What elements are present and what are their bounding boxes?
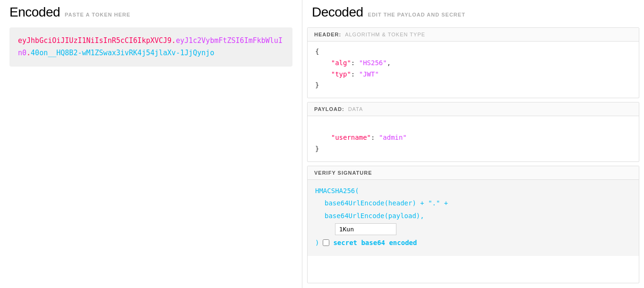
secret-base64-label: secret base64 encoded bbox=[333, 237, 417, 249]
base64-checkbox[interactable] bbox=[323, 239, 329, 246]
header-colon1: : bbox=[351, 59, 359, 67]
header-brace-open: { bbox=[315, 48, 319, 55]
header-brace-close: } bbox=[315, 81, 319, 89]
decoded-subtitle: EDIT THE PAYLOAD AND SECRET bbox=[368, 12, 465, 17]
header-section: HEADER: ALGORITHM & TOKEN TYPE { "alg": … bbox=[307, 27, 639, 98]
token-dot2: . bbox=[26, 49, 31, 57]
decoded-panel: Decoded EDIT THE PAYLOAD AND SECRET HEAD… bbox=[302, 0, 644, 288]
secret-input[interactable] bbox=[335, 223, 396, 235]
payload-content[interactable]: "username": "admin" } bbox=[308, 116, 639, 161]
verify-content: HMACSHA256( base64UrlEncode(header) + ".… bbox=[308, 180, 639, 256]
encoded-title: Encoded bbox=[9, 5, 60, 20]
header-content[interactable]: { "alg": "HS256", "typ": "JWT" } bbox=[308, 42, 639, 98]
app-container: Encoded PASTE A TOKEN HERE eyJhbGciOiJIU… bbox=[0, 0, 644, 288]
encoded-subtitle: PASTE A TOKEN HERE bbox=[65, 12, 130, 17]
header-label-sub: ALGORITHM & TOKEN TYPE bbox=[345, 32, 425, 37]
encoded-panel: Encoded PASTE A TOKEN HERE eyJhbGciOiJIU… bbox=[0, 0, 302, 288]
header-typ-value: "JWT" bbox=[359, 70, 379, 78]
verify-section: VERIFY SIGNATURE HMACSHA256( base64UrlEn… bbox=[307, 166, 639, 283]
token-part1: eyJhbGciOiJIUzI1NiIsInR5cCI6IkpXVCJ9 bbox=[18, 36, 172, 45]
verify-func: HMACSHA256( bbox=[315, 187, 359, 195]
header-colon2: : bbox=[351, 70, 359, 78]
verify-paren-close bbox=[315, 223, 331, 236]
verify-secret-row bbox=[315, 223, 631, 236]
token-part3: 40on__HQ8B2-wM1ZSwax3ivRK4j54jlaXv-1JjQy… bbox=[31, 49, 214, 57]
verify-label-row: VERIFY SIGNATURE bbox=[308, 166, 639, 180]
header-label: HEADER: bbox=[314, 32, 341, 37]
header-label-row: HEADER: ALGORITHM & TOKEN TYPE bbox=[308, 28, 639, 42]
encoded-header: Encoded PASTE A TOKEN HERE bbox=[9, 5, 292, 20]
encoded-token-box[interactable]: eyJhbGciOiJIUzI1NiIsInR5cCI6IkpXVCJ9.eyJ… bbox=[9, 27, 292, 67]
decoded-header: Decoded EDIT THE PAYLOAD AND SECRET bbox=[302, 5, 644, 27]
verify-line2: base64UrlEncode(header) + "." + bbox=[315, 199, 448, 207]
paren-close: ) bbox=[315, 237, 319, 249]
verify-line3: base64UrlEncode(payload), bbox=[315, 212, 424, 220]
decoded-title: Decoded bbox=[312, 5, 363, 20]
payload-label-row: PAYLOAD: DATA bbox=[308, 102, 639, 116]
payload-username-value: "admin" bbox=[379, 134, 407, 141]
header-alg-key: "alg" bbox=[315, 59, 351, 67]
payload-label-sub: DATA bbox=[348, 106, 363, 112]
verify-checkbox-row: ) secret base64 encoded bbox=[315, 237, 631, 249]
payload-section: PAYLOAD: DATA "username": "admin" } bbox=[307, 102, 639, 161]
payload-colon: : bbox=[371, 134, 379, 141]
payload-brace-close: } bbox=[315, 145, 319, 152]
header-alg-value: "HS256" bbox=[359, 59, 387, 67]
verify-label: VERIFY SIGNATURE bbox=[314, 170, 372, 176]
payload-username-key: "username" bbox=[315, 134, 371, 141]
payload-label: PAYLOAD: bbox=[314, 106, 344, 112]
token-dot1: . bbox=[172, 36, 176, 45]
header-typ-key: "typ" bbox=[315, 70, 351, 78]
